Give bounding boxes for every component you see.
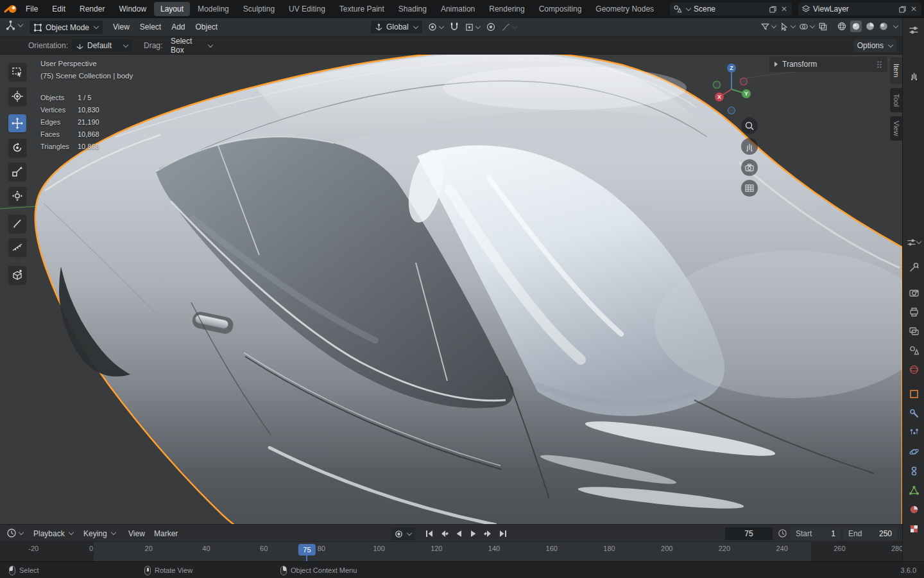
transform-panel-header[interactable]: Transform [769,57,887,72]
menu-view[interactable]: View [108,20,135,34]
tab-view-layer-properties[interactable] [907,324,920,338]
menu-select[interactable]: Select [135,20,166,34]
transform-orientation-dropdown[interactable]: Global [371,21,422,33]
current-frame-field[interactable]: 75 [725,527,773,540]
show-overlays-dropdown[interactable] [799,22,815,31]
drag-dropdown[interactable]: Select Box [167,39,217,52]
menu-marker[interactable]: Marker [149,527,183,540]
blender-logo-icon[interactable] [4,3,18,15]
snap-magnet-icon[interactable] [449,22,459,32]
menu-window[interactable]: Window [112,3,153,15]
new-scene-icon[interactable] [769,5,777,13]
timeline-editor-type-button[interactable] [6,528,24,538]
tab-compositing[interactable]: Compositing [533,2,588,16]
close-icon[interactable]: ✕ [780,5,789,13]
sidebar-tab-view[interactable]: View [890,116,902,141]
tool-rotate[interactable] [8,139,26,157]
scene-selector[interactable]: Scene ✕ [670,3,792,15]
menu-add[interactable]: Add [166,20,190,34]
proportional-editing-icon[interactable] [486,22,496,32]
menu-playback[interactable]: Playback [28,527,79,540]
frame-start-field[interactable]: Start 1 [791,527,841,540]
jump-to-start-button[interactable] [422,527,436,540]
tab-material-properties[interactable] [907,502,920,516]
menu-tl-view[interactable]: View [123,527,150,540]
next-keyframe-button[interactable] [481,527,495,540]
tool-select-box[interactable] [8,63,26,81]
shading-solid-button[interactable] [850,21,862,32]
zoom-button[interactable] [741,118,758,134]
hand-icon[interactable] [907,68,920,82]
mode-selector[interactable]: Object Mode [30,21,103,34]
tab-modifier-properties[interactable] [907,406,920,420]
tab-uv-editing[interactable]: UV Editing [282,2,332,16]
tab-texture-properties[interactable] [907,521,920,536]
use-preview-range-icon[interactable] [778,529,787,538]
tab-texture-paint[interactable]: Texture Paint [333,2,391,16]
pivot-point-dropdown[interactable] [427,22,444,32]
tool-move[interactable] [8,114,26,132]
playhead-chip[interactable]: 75 [298,544,315,556]
tab-geometry-nodes[interactable]: Geometry Nodes [589,2,660,16]
new-view-layer-icon[interactable] [898,5,907,13]
tab-modeling[interactable]: Modeling [191,2,235,16]
jump-to-end-button[interactable] [496,527,509,540]
editor-type-button[interactable] [5,20,23,31]
object-visibility-dropdown[interactable] [760,22,776,31]
shading-rendered-icon[interactable] [878,21,889,31]
falloff-dropdown[interactable] [501,22,517,32]
play-button[interactable] [466,527,480,540]
shading-wireframe-icon[interactable] [837,21,847,31]
tab-layout[interactable]: Layout [154,2,190,16]
orientation-dropdown[interactable]: Default [72,39,132,52]
menu-file[interactable]: File [19,3,44,15]
frame-end-field[interactable]: End 250 [843,527,897,540]
menu-object[interactable]: Object [191,20,223,34]
viewport-canvas[interactable] [0,55,902,524]
camera-view-button[interactable] [741,159,758,176]
tab-object-properties[interactable] [907,387,920,401]
tab-rendering[interactable]: Rendering [483,2,531,16]
timeline-ruler[interactable]: 75 -200204060801001201401601802002202402… [0,542,902,561]
options-dropdown[interactable]: Options [853,39,897,52]
sidebar-tab-item[interactable]: Item [890,57,902,84]
tool-annotate[interactable] [8,215,26,232]
properties-editor-icon[interactable] [907,23,920,37]
tab-physics-properties[interactable] [907,444,920,459]
tab-constraint-properties[interactable] [907,464,920,478]
tab-scripting[interactable]: Scripting [662,2,667,16]
properties-tab-selector[interactable] [907,235,920,249]
tab-render-properties[interactable] [907,285,920,299]
tab-tool-properties[interactable] [907,260,920,274]
prev-keyframe-button[interactable] [437,527,450,540]
tab-object-data-properties[interactable] [907,483,920,497]
tab-sculpting[interactable]: Sculpting [237,2,281,16]
snap-target-dropdown[interactable] [465,22,481,32]
show-gizmo-dropdown[interactable] [780,22,796,31]
menu-render[interactable]: Render [73,3,111,15]
close-icon[interactable]: ✕ [909,5,918,13]
pan-button[interactable] [741,138,758,155]
tool-transform[interactable] [8,187,26,205]
xray-toggle-icon[interactable] [818,22,828,31]
auto-keying-toggle[interactable] [391,527,415,540]
ortho-toggle-button[interactable] [741,180,758,197]
menu-keying[interactable]: Keying [78,527,121,540]
play-reverse-button[interactable] [452,527,465,540]
tab-world-properties[interactable] [907,362,920,376]
navigation-gizmo[interactable]: Z X Y [706,62,757,116]
tool-measure[interactable] [8,238,26,256]
shading-material-icon[interactable] [865,21,875,31]
sidebar-tab-tool[interactable]: Tool [890,88,902,112]
zoom-icon [744,121,755,131]
tab-shading[interactable]: Shading [392,2,433,16]
tab-particle-properties[interactable] [907,425,920,439]
tab-scene-properties[interactable] [907,343,920,357]
tool-cursor[interactable] [8,87,26,105]
menu-edit[interactable]: Edit [46,3,72,15]
tool-add-cube[interactable] [8,266,26,284]
tool-scale[interactable] [8,162,26,180]
tab-animation[interactable]: Animation [434,2,481,16]
view-layer-selector[interactable]: ViewLayer ✕ [798,3,921,15]
tab-output-properties[interactable] [907,304,920,319]
